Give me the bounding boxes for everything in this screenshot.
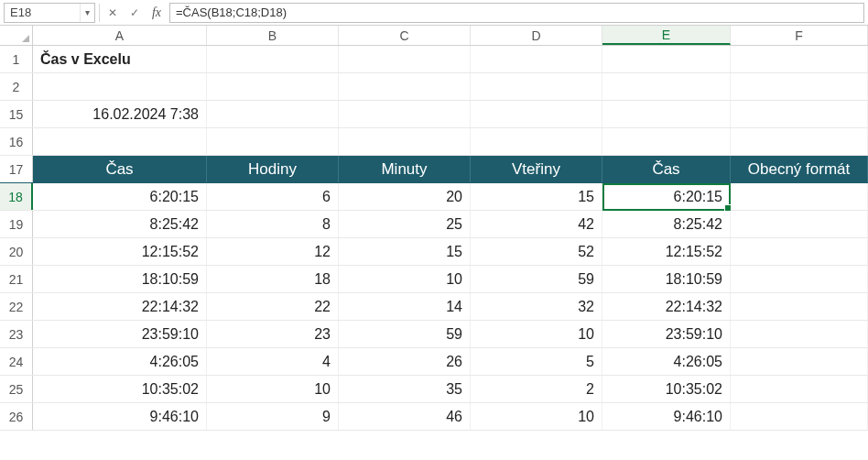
cell[interactable] — [207, 46, 339, 72]
row-header[interactable]: 1 — [0, 46, 33, 72]
cell[interactable]: 26 — [339, 348, 471, 375]
cell[interactable]: 18 — [207, 266, 339, 292]
cell[interactable]: 9 — [207, 403, 339, 430]
cell[interactable] — [731, 403, 868, 430]
cell[interactable]: 23 — [207, 321, 339, 347]
cell[interactable]: 10 — [339, 266, 471, 292]
cell[interactable]: 8 — [207, 211, 339, 237]
cell[interactable] — [602, 128, 731, 155]
cell[interactable] — [731, 73, 868, 100]
cell[interactable]: 18:10:59 — [33, 266, 207, 292]
cell[interactable] — [33, 128, 207, 155]
row-header[interactable]: 23 — [0, 321, 33, 347]
title-cell[interactable]: Čas v Excelu — [33, 46, 207, 72]
cancel-formula-button[interactable]: ✕ — [103, 4, 122, 22]
cell[interactable]: 8:25:42 — [33, 211, 207, 237]
table-header-vteriny[interactable]: Vteřiny — [471, 156, 602, 182]
cell[interactable]: 42 — [471, 211, 602, 237]
cell[interactable]: 12:15:52 — [33, 238, 207, 265]
row-header[interactable]: 26 — [0, 403, 33, 430]
row-header[interactable]: 19 — [0, 211, 33, 237]
cell[interactable]: 12 — [207, 238, 339, 265]
cell[interactable]: 22 — [207, 293, 339, 320]
cell[interactable]: 9:46:10 — [602, 403, 731, 430]
cell[interactable]: 10 — [471, 403, 602, 430]
table-header-cas[interactable]: Čas — [33, 156, 207, 182]
cell[interactable]: 25 — [339, 211, 471, 237]
cell[interactable]: 9:46:10 — [33, 403, 207, 430]
cell[interactable] — [471, 73, 602, 100]
accept-formula-button[interactable]: ✓ — [125, 4, 144, 22]
cell[interactable] — [339, 101, 471, 127]
formula-input[interactable] — [169, 3, 864, 23]
cell[interactable] — [731, 183, 868, 210]
cell[interactable] — [339, 73, 471, 100]
cell[interactable]: 4:26:05 — [602, 348, 731, 375]
cell[interactable] — [339, 46, 471, 72]
cell[interactable]: 10:35:02 — [602, 376, 731, 402]
cell[interactable]: 15 — [339, 238, 471, 265]
cell[interactable]: 23:59:10 — [602, 321, 731, 347]
cell[interactable]: 18:10:59 — [602, 266, 731, 292]
cell[interactable] — [207, 101, 339, 127]
name-box-dropdown[interactable]: ▾ — [80, 4, 94, 22]
cell[interactable]: 52 — [471, 238, 602, 265]
cell[interactable]: 2 — [471, 376, 602, 402]
cell[interactable]: 8:25:42 — [602, 211, 731, 237]
cell[interactable]: 23:59:10 — [33, 321, 207, 347]
insert-function-button[interactable]: fx — [147, 4, 166, 22]
select-all-corner[interactable] — [0, 26, 33, 45]
cell[interactable]: 6 — [207, 183, 339, 210]
cell[interactable] — [731, 266, 868, 292]
cell[interactable]: 59 — [339, 321, 471, 347]
name-box[interactable] — [5, 4, 80, 22]
cell[interactable] — [33, 73, 207, 100]
col-header-D[interactable]: D — [471, 26, 602, 45]
cell[interactable]: 4:26:05 — [33, 348, 207, 375]
cell[interactable]: 59 — [471, 266, 602, 292]
cell[interactable]: 4 — [207, 348, 339, 375]
cell[interactable]: 22:14:32 — [33, 293, 207, 320]
col-header-B[interactable]: B — [207, 26, 339, 45]
cell[interactable]: 32 — [471, 293, 602, 320]
row-header[interactable]: 16 — [0, 128, 33, 155]
cell[interactable] — [471, 46, 602, 72]
cell[interactable]: 10 — [207, 376, 339, 402]
cell[interactable] — [207, 73, 339, 100]
row-header[interactable]: 20 — [0, 238, 33, 265]
cell[interactable]: 10 — [471, 321, 602, 347]
timestamp-cell[interactable]: 16.02.2024 7:38 — [33, 101, 207, 127]
cell[interactable] — [602, 73, 731, 100]
cell[interactable]: 46 — [339, 403, 471, 430]
cell[interactable] — [471, 128, 602, 155]
cell[interactable] — [602, 101, 731, 127]
table-header-minuty[interactable]: Minuty — [339, 156, 471, 182]
cell[interactable] — [731, 376, 868, 402]
cell[interactable] — [339, 128, 471, 155]
cell[interactable]: 20 — [339, 183, 471, 210]
cell[interactable] — [731, 128, 868, 155]
cell[interactable] — [731, 321, 868, 347]
row-header[interactable]: 18 — [0, 183, 33, 210]
cell[interactable] — [731, 293, 868, 320]
cell[interactable] — [731, 348, 868, 375]
cell[interactable] — [471, 101, 602, 127]
cell[interactable]: 12:15:52 — [602, 238, 731, 265]
row-header[interactable]: 21 — [0, 266, 33, 292]
col-header-A[interactable]: A — [33, 26, 207, 45]
col-header-E[interactable]: E — [602, 26, 731, 45]
cell[interactable]: 6:20:15 — [602, 183, 731, 210]
cell[interactable] — [731, 46, 868, 72]
col-header-C[interactable]: C — [339, 26, 471, 45]
table-header-obecny[interactable]: Obecný formát — [731, 156, 868, 182]
cell[interactable] — [602, 46, 731, 72]
cell[interactable]: 35 — [339, 376, 471, 402]
cell[interactable]: 6:20:15 — [33, 183, 207, 210]
row-header[interactable]: 2 — [0, 73, 33, 100]
cell[interactable] — [731, 238, 868, 265]
table-header-hodiny[interactable]: Hodiny — [207, 156, 339, 182]
cell[interactable]: 22:14:32 — [602, 293, 731, 320]
row-header[interactable]: 22 — [0, 293, 33, 320]
cell[interactable] — [731, 211, 868, 237]
col-header-F[interactable]: F — [731, 26, 868, 45]
